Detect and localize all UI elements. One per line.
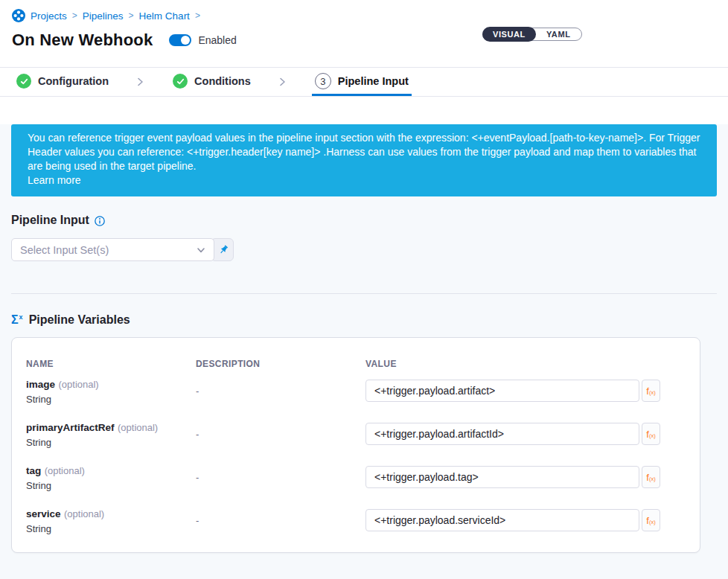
variable-value-cell: f(x) [365, 509, 700, 531]
variable-name-cell: service (optional) String [26, 507, 196, 534]
variable-value-input[interactable] [365, 423, 639, 445]
optional-label: (optional) [45, 465, 85, 476]
variable-value-cell: f(x) [365, 466, 700, 488]
optional-label: (optional) [118, 422, 158, 433]
variable-name-cell: image (optional) String [26, 377, 196, 405]
variable-description: - [196, 515, 365, 526]
pipeline-variables-title: Pipeline Variables [29, 313, 130, 327]
page-title: On New Webhook [12, 31, 153, 50]
main-content: You can reference trigger event payload … [0, 124, 728, 579]
check-icon [173, 74, 188, 89]
tab-label: Pipeline Input [338, 75, 409, 87]
variable-name: primaryArtifactRef [26, 422, 115, 433]
variable-value-cell: f(x) [365, 380, 700, 402]
variable-value-input[interactable] [365, 509, 639, 531]
enabled-label: Enabled [198, 34, 236, 46]
variable-value-input[interactable] [365, 380, 639, 402]
variable-value-input[interactable] [365, 466, 639, 488]
variable-description: - [196, 386, 365, 397]
enabled-toggle[interactable] [169, 34, 191, 46]
tab-conditions[interactable]: Conditions [170, 68, 254, 96]
tab-label: Conditions [194, 75, 251, 87]
input-set-row: Select Input Set(s) [11, 238, 717, 261]
info-banner-text: You can reference trigger event payload … [28, 132, 700, 172]
pipeline-variables-heading: Σx Pipeline Variables [11, 313, 717, 327]
learn-more-link[interactable]: Learn more [28, 173, 700, 188]
column-value: VALUE [365, 359, 700, 369]
info-icon[interactable] [95, 216, 105, 226]
input-set-select[interactable]: Select Input Set(s) [11, 238, 214, 261]
pipeline-input-title: Pipeline Input [11, 214, 89, 227]
variable-type: String [26, 394, 196, 405]
toggle-knob [181, 36, 190, 45]
tab-configuration[interactable]: Configuration [13, 68, 112, 96]
tab-label: Configuration [38, 75, 109, 87]
breadcrumb-link-projects[interactable]: Projects [31, 10, 67, 22]
expression-fx-button[interactable]: f(x) [642, 466, 660, 488]
yaml-tab[interactable]: YAML [536, 28, 581, 41]
step-number-icon: 3 [315, 73, 331, 89]
visual-tab[interactable]: VISUAL [482, 27, 536, 42]
breadcrumb-link-pipelines[interactable]: Pipelines [83, 10, 124, 22]
table-row: tag (optional) String - f(x) [12, 455, 700, 499]
expression-fx-button[interactable]: f(x) [642, 423, 660, 445]
expression-fx-button[interactable]: f(x) [642, 380, 660, 402]
breadcrumb-separator: > [72, 10, 77, 21]
input-set-placeholder: Select Input Set(s) [20, 244, 109, 256]
pin-icon [218, 244, 229, 255]
variable-value-cell: f(x) [365, 423, 700, 445]
variable-name: image [26, 379, 55, 390]
variables-card: NAME DESCRIPTION VALUE image (optional) … [11, 337, 700, 553]
tab-pipeline-input[interactable]: 3 Pipeline Input [312, 68, 412, 96]
chevron-right-icon [135, 68, 144, 96]
breadcrumb-separator: > [195, 10, 200, 21]
breadcrumb-separator: > [129, 10, 134, 21]
breadcrumb: Projects > Pipelines > Helm Chart > [12, 9, 716, 22]
chevron-right-icon [278, 68, 287, 96]
chevron-down-icon [196, 245, 206, 255]
expression-fx-button[interactable]: f(x) [642, 509, 660, 531]
info-banner: You can reference trigger event payload … [11, 124, 717, 196]
variable-name-cell: tag (optional) String [26, 464, 196, 491]
pipeline-input-heading: Pipeline Input [11, 214, 717, 227]
table-row: primaryArtifactRef (optional) String - f… [12, 412, 700, 455]
harness-logo-icon [12, 9, 25, 22]
optional-label: (optional) [64, 508, 104, 519]
variable-name: tag [26, 465, 41, 476]
optional-label: (optional) [58, 379, 98, 390]
wizard-tabbar: Configuration Conditions 3 Pipeline Inpu… [0, 67, 728, 97]
title-row: On New Webhook Enabled [12, 31, 716, 50]
variable-type: String [26, 437, 196, 448]
page-header: Projects > Pipelines > Helm Chart > On N… [0, 0, 728, 67]
variable-description: - [196, 472, 365, 483]
variable-name-cell: primaryArtifactRef (optional) String [26, 420, 196, 448]
sigma-variables-icon: Σx [11, 314, 23, 326]
column-description: DESCRIPTION [196, 359, 365, 369]
variable-name: service [26, 508, 61, 519]
variables-table-header: NAME DESCRIPTION VALUE [12, 359, 700, 369]
section-divider [11, 293, 717, 294]
breadcrumb-link-helm-chart[interactable]: Helm Chart [139, 10, 190, 22]
variable-description: - [196, 429, 365, 440]
variable-type: String [26, 523, 196, 534]
visual-yaml-toggle: VISUAL YAML [482, 28, 582, 41]
table-row: service (optional) String - f(x) [12, 499, 700, 542]
check-icon [16, 74, 31, 89]
column-name: NAME [26, 359, 196, 369]
table-row: image (optional) String - f(x) [12, 369, 700, 412]
variable-type: String [26, 480, 196, 491]
